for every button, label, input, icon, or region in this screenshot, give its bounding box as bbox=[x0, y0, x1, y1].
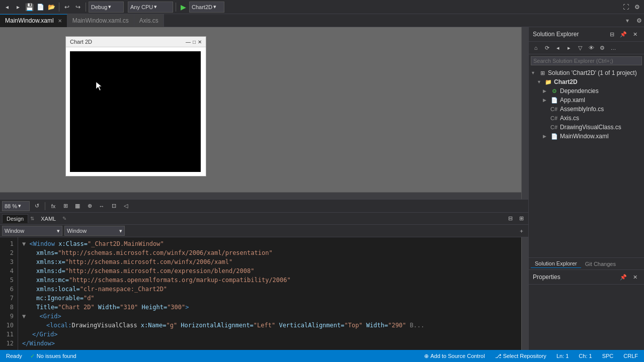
redo-icon[interactable]: ↪ bbox=[73, 2, 83, 12]
prop-pin-icon[interactable]: 📌 bbox=[618, 272, 628, 282]
win-minimize-icon[interactable]: — bbox=[186, 39, 191, 45]
tab-mainwindow-xaml[interactable]: MainWindow.xaml ✕ bbox=[0, 14, 67, 27]
code-content[interactable]: ▼ <Window x:Class= "_Chart2D.MainWindow"… bbox=[18, 237, 521, 350]
zoom-fit-icon[interactable]: ⊡ bbox=[109, 201, 119, 211]
tree-item-project[interactable]: ▼ 📁 Chart2D bbox=[529, 77, 644, 86]
undo-icon[interactable]: ↩ bbox=[62, 2, 72, 12]
se-view-icon[interactable]: 👁 bbox=[586, 43, 596, 53]
code-scrollbar-right[interactable] bbox=[521, 237, 528, 350]
expand-1[interactable]: ▼ bbox=[22, 239, 29, 248]
tree-item-assemblyinfo[interactable]: ▶ C# AssemblyInfo.cs bbox=[529, 105, 644, 114]
solution-search-input[interactable] bbox=[531, 56, 642, 65]
dependencies-label: Dependencies bbox=[560, 87, 599, 95]
project-chevron: ▾ bbox=[213, 4, 216, 10]
tree-item-mainwindow[interactable]: ▶ 📄 MainWindow.xaml bbox=[529, 132, 644, 141]
se-more-icon[interactable]: … bbox=[608, 43, 618, 53]
tree-item-dvc[interactable]: ▶ C# DrawingVisualClass.cs bbox=[529, 123, 644, 132]
tab-label: Axis.cs bbox=[139, 17, 158, 24]
table-icon[interactable]: ▦ bbox=[72, 201, 83, 211]
design-pin-icon[interactable]: ⇅ bbox=[28, 216, 36, 221]
tab-axis-cs[interactable]: Axis.cs bbox=[134, 14, 164, 27]
val-xmlns-mc: "http://schemas.openxmlformats.org/marku… bbox=[69, 276, 291, 285]
config-dropdown[interactable]: Debug ▾ bbox=[89, 2, 124, 13]
tab-xaml[interactable]: XAML bbox=[36, 214, 60, 223]
tree-item-dependencies[interactable]: ▶ ⚙ Dependencies bbox=[529, 86, 644, 96]
status-issues[interactable]: ✓ No issues found bbox=[30, 353, 76, 359]
tree-item-axis[interactable]: ▶ C# Axis.cs bbox=[529, 114, 644, 123]
fullscreen-icon[interactable]: ⛶ bbox=[621, 2, 631, 12]
expand-icon[interactable]: ⊞ bbox=[516, 214, 526, 224]
se-sync-icon[interactable]: ⟳ bbox=[542, 43, 552, 53]
val-w: "290" bbox=[388, 321, 410, 330]
status-select-repo[interactable]: ⎇ Select Repository bbox=[493, 353, 548, 359]
win-close-icon[interactable]: ✕ bbox=[198, 39, 202, 45]
status-add-source[interactable]: ⊕ Add to Source Control bbox=[422, 353, 487, 359]
tab-settings-icon[interactable]: ⚙ bbox=[634, 16, 644, 26]
prop-close-icon[interactable]: ✕ bbox=[630, 272, 640, 282]
formula-icon[interactable]: fx bbox=[48, 201, 58, 211]
snap-icon[interactable]: ⊕ bbox=[85, 201, 95, 211]
attr-xmlns-mc: xmlns:mc= bbox=[36, 276, 69, 285]
cs-icon-assemblyinfo: C# bbox=[550, 106, 557, 112]
val-xmlns-x: "http://schemas.microsoft.com/winfx/2006… bbox=[65, 257, 232, 266]
attr-ha: HorizontalAlignment= bbox=[181, 321, 254, 330]
tab-overflow[interactable]: ▾ bbox=[623, 17, 632, 24]
chevron-solution: ▼ bbox=[531, 70, 537, 75]
status-spc[interactable]: SPC bbox=[600, 353, 616, 359]
context-right-dropdown[interactable]: Window ▾ bbox=[64, 226, 125, 236]
se-forward-icon[interactable]: ▸ bbox=[564, 43, 574, 53]
scrollbar-bottom[interactable] bbox=[0, 192, 521, 199]
tab-close-icon[interactable]: ✕ bbox=[58, 18, 62, 24]
platform-chevron: ▾ bbox=[154, 4, 157, 10]
context-left-dropdown[interactable]: Window ▾ bbox=[2, 226, 62, 236]
zoom-chevron: ▾ bbox=[18, 203, 21, 209]
gc-tab-label: Git Changes bbox=[585, 261, 616, 267]
se-close-icon[interactable]: ✕ bbox=[630, 29, 640, 39]
settings-icon[interactable]: ⚙ bbox=[632, 2, 642, 12]
zoom-dropdown[interactable]: 88 % ▾ bbox=[2, 201, 30, 211]
project-dropdown[interactable]: Chart2D ▾ bbox=[189, 2, 224, 13]
collapse-icon[interactable]: ⊟ bbox=[505, 214, 515, 224]
expand-9[interactable]: ▼ bbox=[22, 312, 29, 321]
se-home-icon[interactable]: ⌂ bbox=[531, 43, 541, 53]
grid-icon[interactable]: ⊞ bbox=[60, 201, 70, 211]
scrollbar-right[interactable] bbox=[521, 27, 528, 199]
new-file-icon[interactable]: 📄 bbox=[35, 2, 45, 12]
forward-icon[interactable]: ▸ bbox=[13, 2, 23, 12]
checkmark-icon: ✓ bbox=[30, 353, 35, 359]
code-line-10: <local: DrawingVisualClass x:Name= "g" H… bbox=[22, 321, 517, 330]
tree-item-appxaml[interactable]: ▶ 📄 App.xaml bbox=[529, 96, 644, 105]
se-collapse-icon[interactable]: ⊟ bbox=[607, 29, 617, 39]
platform-dropdown[interactable]: Any CPU ▾ bbox=[128, 2, 173, 13]
se-pin-icon[interactable]: 📌 bbox=[618, 29, 628, 39]
tree-item-solution[interactable]: ▼ ⊞ Solution 'Chart2D' (1 of 1 project) bbox=[529, 68, 644, 77]
refresh-icon[interactable]: ↺ bbox=[32, 201, 42, 211]
tab-design[interactable]: Design bbox=[2, 214, 28, 223]
val-xmlns: "http://schemas.microsoft.com/winfx/2006… bbox=[58, 248, 272, 257]
ctx-left-chevron: ▾ bbox=[57, 228, 60, 234]
se-filter-icon[interactable]: ▽ bbox=[575, 43, 585, 53]
tab-git-changes[interactable]: Git Changes bbox=[581, 260, 620, 268]
play-button[interactable]: ▶ bbox=[179, 3, 188, 11]
win-maximize-icon[interactable]: □ bbox=[193, 39, 196, 45]
tab-solution-explorer[interactable]: Solution Explorer bbox=[531, 259, 581, 268]
xaml-edit-icon[interactable]: ✎ bbox=[60, 216, 68, 221]
se-settings-icon[interactable]: ⚙ bbox=[597, 43, 607, 53]
tab-mainwindow-cs[interactable]: MainWindow.xaml.cs bbox=[67, 14, 134, 27]
chevron-left-icon[interactable]: ◁ bbox=[121, 201, 131, 211]
design-preview-area: Chart 2D — □ ✕ bbox=[0, 27, 528, 199]
project-icon: 📁 bbox=[544, 79, 552, 85]
lock-icon[interactable]: ↔ bbox=[97, 201, 107, 211]
val-title: "Chart 2D" bbox=[58, 303, 98, 312]
line-num: 5 bbox=[2, 276, 14, 285]
back-icon[interactable]: ◂ bbox=[2, 2, 12, 12]
open-icon[interactable]: 📂 bbox=[46, 2, 56, 12]
val-ha: "Left" bbox=[254, 321, 279, 330]
attr-xmlns-d: xmlns:d= bbox=[36, 266, 65, 276]
add-icon[interactable]: ＋ bbox=[516, 226, 526, 236]
se-back-icon[interactable]: ◂ bbox=[553, 43, 563, 53]
line-num: 8 bbox=[2, 303, 14, 312]
zoom-label: 88 % bbox=[5, 203, 17, 209]
status-crlf[interactable]: CRLF bbox=[621, 353, 640, 359]
save-icon[interactable]: 💾 bbox=[24, 2, 34, 12]
